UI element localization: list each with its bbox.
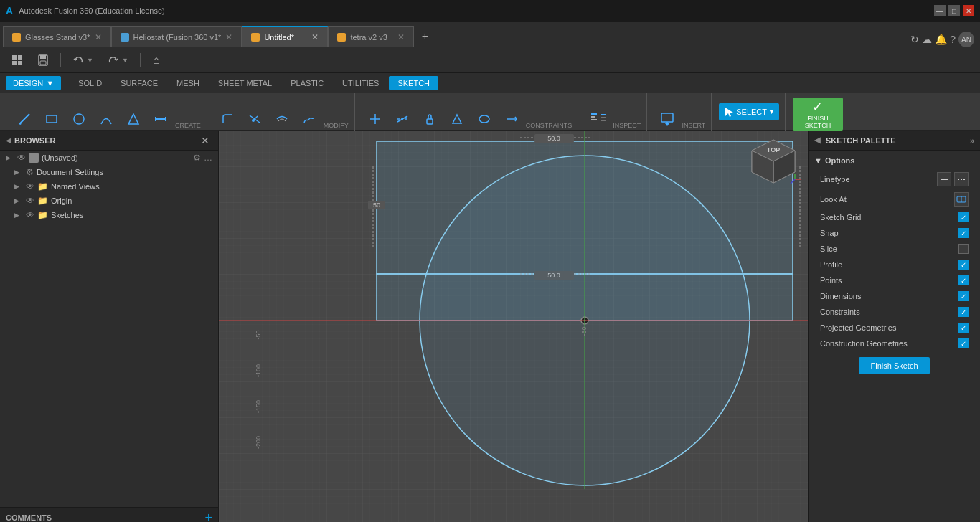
svg-text:-50: -50 [580, 326, 588, 336]
cloud-icon[interactable]: ☁ [922, 34, 932, 45]
tab-close-untitled[interactable]: ✕ [311, 32, 319, 42]
tab-untitled[interactable]: Untitled* ✕ [242, 26, 328, 47]
palette-section-header-options[interactable]: ▼ Options [814, 156, 974, 165]
palette-row-profile[interactable]: Profile ✓ [814, 257, 974, 272]
palette-row-points[interactable]: Points ✓ [814, 272, 974, 288]
visibility-icon[interactable]: 👁 [26, 196, 34, 206]
tree-item-sketches[interactable]: ▶ 👁 📁 Sketches [0, 208, 218, 222]
tab-heliostat[interactable]: Heliostat (Fusion 360 v1* ✕ [111, 26, 242, 47]
finish-sketch-button[interactable]: ✓ FINISH SKETCH [793, 98, 843, 130]
tab-tetra[interactable]: tetra v2 v3 ✕ [328, 26, 414, 47]
menu-item-circle[interactable] [66, 108, 92, 130]
svg-rect-1 [18, 55, 22, 60]
window-controls[interactable]: — □ ✕ [934, 5, 974, 16]
menu-item-lock[interactable] [417, 108, 443, 130]
menu-item-line2[interactable] [148, 108, 174, 130]
view-cube[interactable]: TOP [745, 136, 802, 194]
points-checkbox[interactable]: ✓ [958, 275, 969, 285]
palette-row-snap[interactable]: Snap ✓ [814, 225, 974, 241]
projected-geometries-checkbox[interactable]: ✓ [958, 323, 969, 333]
linetype-dashed-icon[interactable] [954, 172, 969, 186]
palette-row-constraints[interactable]: Constraints ✓ [814, 304, 974, 320]
tab-close-glasses[interactable]: ✕ [95, 32, 102, 42]
visibility-icon[interactable]: 👁 [26, 210, 34, 220]
tree-root[interactable]: ▶ 👁 (Unsaved) ⚙ … [0, 151, 218, 165]
lookat-button[interactable] [954, 192, 969, 207]
menu-item-rectangle[interactable] [39, 108, 65, 130]
tab-close-tetra[interactable]: ✕ [397, 32, 405, 42]
menu-item-fillet[interactable] [215, 108, 240, 130]
canvas-area[interactable]: 50.0 50 50.0 -200 -150 [219, 130, 808, 522]
menu-item-arc[interactable] [93, 108, 119, 130]
tab-surface[interactable]: SURFACE [112, 76, 166, 90]
tree-item-document-settings[interactable]: ▶ ⚙ Document Settings [0, 165, 218, 179]
design-arrow: ▼ [46, 79, 54, 87]
tab-utilities[interactable]: UTILITIES [334, 76, 387, 90]
redo-button[interactable]: ▼ [102, 50, 134, 70]
maximize-button[interactable]: □ [948, 5, 960, 16]
browser-close-button[interactable]: ✕ [198, 133, 212, 148]
tab-solid[interactable]: SOLID [70, 76, 110, 90]
settings-gear-icon[interactable]: ⚙ [193, 153, 201, 163]
palette-row-dimensions[interactable]: Dimensions ✓ [814, 288, 974, 304]
palette-finish-sketch-button[interactable]: Finish Sketch [859, 357, 929, 374]
more-options-icon[interactable]: … [204, 153, 212, 163]
slice-checkbox[interactable] [958, 244, 969, 254]
menu-item-trim[interactable] [242, 108, 268, 130]
save-button[interactable] [32, 50, 55, 70]
tab-glasses-stand[interactable]: Glasses Stand v3* ✕ [3, 26, 111, 47]
palette-row-projected-geometries[interactable]: Projected Geometries ✓ [814, 320, 974, 336]
minimize-button[interactable]: — [934, 5, 946, 16]
menu-item-polygon[interactable] [121, 108, 146, 130]
constraints-checkbox[interactable]: ✓ [958, 307, 969, 317]
folder-icon [29, 153, 39, 163]
tree-item-named-views[interactable]: ▶ 👁 📁 Named Views [0, 179, 218, 194]
close-button[interactable]: ✕ [963, 5, 974, 16]
snap-checkbox[interactable]: ✓ [958, 228, 969, 238]
tab-plastic[interactable]: PLASTIC [282, 76, 332, 90]
select-button[interactable]: SELECT ▼ [719, 103, 779, 120]
home-button[interactable]: ⌂ [146, 50, 166, 70]
linetype-solid-icon[interactable] [937, 172, 951, 186]
construction-geometries-checkbox[interactable]: ✓ [958, 338, 969, 348]
menu-item-inspect[interactable] [585, 108, 611, 130]
menu-item-midpoint[interactable] [444, 108, 470, 130]
save-icon [37, 54, 49, 66]
tab-mesh[interactable]: MESH [168, 76, 208, 90]
menu-item-ellipse[interactable] [471, 108, 497, 130]
tree-item-origin[interactable]: ▶ 👁 📁 Origin [0, 194, 218, 208]
finish-sketch-label: FINISH SKETCH [800, 115, 836, 129]
dimensions-checkbox[interactable]: ✓ [958, 291, 969, 301]
menu-item-line[interactable] [11, 108, 37, 130]
undo-button[interactable]: ▼ [67, 50, 99, 70]
toolbar-separator [60, 53, 61, 67]
profile-checkbox[interactable]: ✓ [958, 260, 969, 270]
tab-sheetmetal[interactable]: SHEET METAL [209, 76, 281, 90]
tab-add-button[interactable]: + [414, 26, 435, 47]
svg-rect-28 [591, 119, 597, 120]
tab-close-heliostat[interactable]: ✕ [225, 32, 232, 42]
menu-item-more[interactable] [499, 108, 524, 130]
tab-sketch[interactable]: SKETCH [389, 76, 438, 90]
sketch-grid-checkbox[interactable]: ✓ [958, 212, 969, 222]
menu-item-spline[interactable] [296, 108, 322, 130]
menu-item-insert[interactable] [654, 108, 680, 130]
palette-expand-icon[interactable]: » [970, 136, 974, 145]
browser-collapse-arrow[interactable]: ◀ [6, 136, 11, 144]
menu-item-coincident[interactable] [362, 108, 388, 130]
menu-item-offset[interactable] [269, 108, 295, 130]
palette-row-construction-geometries[interactable]: Construction Geometries ✓ [814, 336, 974, 351]
refresh-icon[interactable]: ↻ [910, 34, 919, 45]
user-avatar[interactable]: AN [958, 32, 974, 47]
visibility-icon[interactable]: 👁 [17, 153, 26, 163]
grid-menu-button[interactable] [6, 50, 29, 70]
palette-row-sketch-grid[interactable]: Sketch Grid ✓ [814, 209, 974, 225]
menu-item-collinear[interactable] [390, 108, 415, 130]
palette-row-slice[interactable]: Slice [814, 241, 974, 257]
notification-icon[interactable]: 🔔 [935, 34, 947, 45]
design-mode-button[interactable]: DESIGN ▼ [6, 76, 61, 90]
add-comment-button[interactable]: + [204, 511, 212, 522]
help-icon[interactable]: ? [950, 34, 956, 45]
palette-collapse-icon[interactable]: ◀ [814, 136, 820, 145]
visibility-icon[interactable]: 👁 [26, 181, 34, 191]
